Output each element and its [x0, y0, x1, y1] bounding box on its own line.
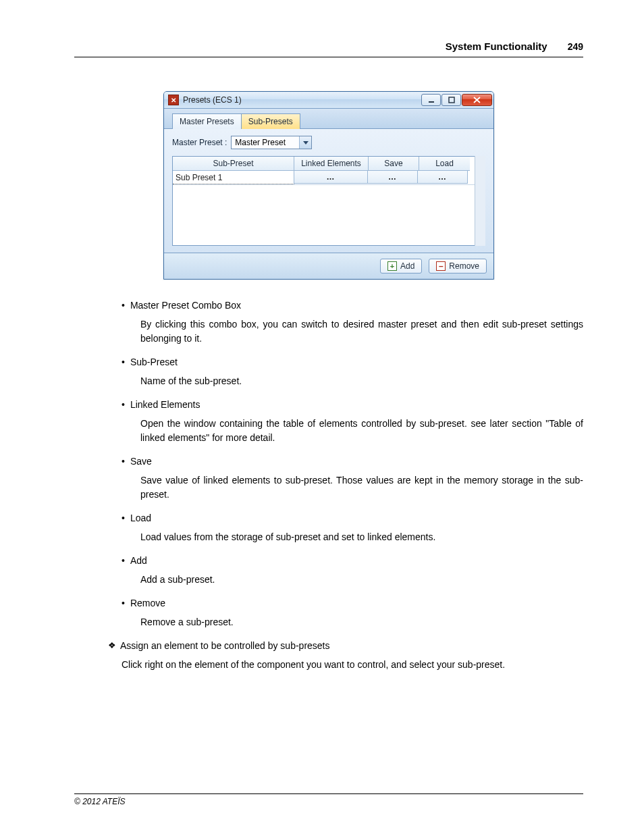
page-header: System Functionality 249 [74, 41, 583, 57]
add-button[interactable]: Add [380, 259, 422, 273]
section-title: Assign an element to be controlled by su… [120, 640, 330, 651]
master-preset-combo[interactable] [231, 136, 312, 149]
item-desc: Open the window containing the table of … [140, 417, 583, 445]
item-desc: Load values from the storage of sub-pres… [140, 530, 583, 544]
app-icon [168, 95, 179, 105]
window-footer: Add Remove [164, 253, 493, 279]
item-title: Sub-Preset [130, 357, 178, 367]
titlebar[interactable]: Presets (ECS 1) [164, 92, 493, 109]
item-desc: Remove a sub-preset. [140, 615, 583, 629]
combo-label: Master Preset : [172, 138, 227, 147]
section-desc: Click right on the element of the compon… [122, 658, 583, 672]
sub-presets-grid: Sub-Preset Linked Elements Save Load Sub… [172, 156, 485, 246]
row-name[interactable]: Sub Preset 1 [173, 171, 294, 184]
col-linked-elements[interactable]: Linked Elements [294, 157, 369, 171]
item-title: Remove [130, 598, 165, 608]
remove-label: Remove [449, 261, 479, 271]
tab-master-presets[interactable]: Master Presets [172, 113, 242, 129]
col-load[interactable]: Load [419, 157, 470, 171]
header-rule [74, 57, 583, 57]
item-desc: Name of the sub-preset. [140, 374, 583, 388]
row-save-button[interactable]: … [367, 170, 418, 184]
item-title: Save [130, 456, 152, 467]
item-desc: Save value of linked elements to sub-pre… [140, 473, 583, 502]
item-title: Load [130, 513, 151, 523]
section-head: Assign an element to be controlled by su… [108, 640, 583, 651]
window-title: Presets (ECS 1) [183, 95, 421, 105]
page-footer: © 2012 ATEÏS [74, 793, 583, 806]
remove-button[interactable]: Remove [429, 259, 487, 273]
content-area: Master Preset : Sub-Preset Linked Elemen… [164, 129, 493, 253]
minimize-button[interactable] [421, 94, 441, 106]
row-load-button[interactable]: … [417, 170, 468, 184]
combo-value[interactable] [232, 136, 299, 149]
feature-list: Master Preset Combo Box By clicking this… [122, 300, 583, 629]
chevron-down-icon[interactable] [299, 136, 311, 149]
page-number: 249 [568, 41, 583, 52]
add-label: Add [400, 261, 414, 271]
item-title: Master Preset Combo Box [130, 300, 241, 311]
row-linked-button[interactable]: … [294, 170, 368, 184]
col-sub-preset[interactable]: Sub-Preset [173, 157, 294, 171]
add-icon [387, 261, 397, 271]
presets-window: Presets (ECS 1) Master Presets Sub-Prese… [163, 91, 494, 280]
item-title: Linked Elements [130, 399, 200, 410]
svg-rect-1 [449, 97, 454, 103]
item-desc: By clicking this combo box, you can swit… [140, 317, 583, 346]
close-button[interactable] [462, 94, 492, 106]
svg-rect-0 [429, 101, 434, 103]
footer-rule [74, 793, 583, 794]
col-save[interactable]: Save [369, 157, 419, 171]
grid-empty-area [173, 184, 485, 245]
maximize-button[interactable] [441, 94, 461, 106]
grid-header: Sub-Preset Linked Elements Save Load [173, 157, 485, 171]
tab-sub-presets[interactable]: Sub-Presets [241, 113, 300, 129]
remove-icon [436, 261, 446, 271]
table-row: Sub Preset 1 … … … [173, 171, 485, 184]
item-title: Add [130, 555, 147, 566]
copyright: © 2012 ATEÏS [74, 797, 583, 806]
tabs: Master Presets Sub-Presets [164, 109, 493, 129]
scrollbar[interactable] [475, 156, 485, 246]
item-desc: Add a sub-preset. [140, 573, 583, 587]
header-title: System Functionality [446, 41, 547, 52]
